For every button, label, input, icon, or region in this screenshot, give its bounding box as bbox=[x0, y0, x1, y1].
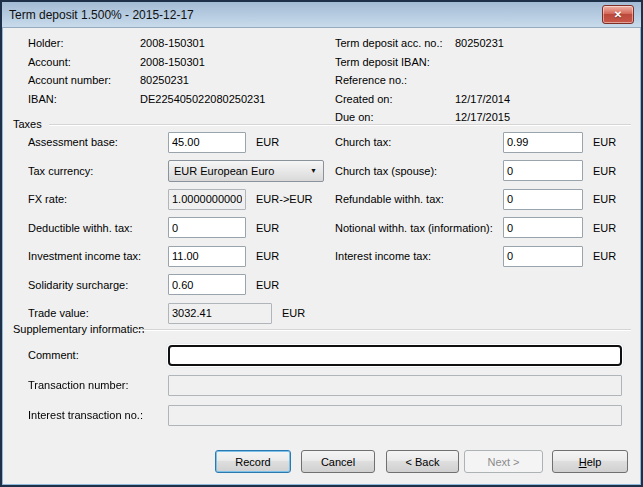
notional-withh-tax-label: Notional withh. tax (information): bbox=[335, 222, 503, 234]
fx-rate-input bbox=[168, 189, 246, 210]
account-label: Account: bbox=[28, 56, 140, 68]
tax-currency-label: Tax currency: bbox=[28, 165, 168, 177]
tax-currency-selected-value: EUR European Euro bbox=[174, 165, 274, 177]
fx-rate-label: FX rate: bbox=[28, 193, 168, 205]
account-number-label: Account number: bbox=[28, 74, 140, 86]
row-tax-currency: Tax currency: EUR European Euro ▼ bbox=[28, 157, 324, 186]
trade-value-currency: EUR bbox=[282, 307, 305, 319]
taxes-right-column: Church tax: EUR Church tax (spouse): EUR… bbox=[335, 128, 616, 271]
solidarity-surcharge-label: Solidarity surcharge: bbox=[28, 279, 168, 291]
solidarity-surcharge-currency: EUR bbox=[256, 279, 279, 291]
row-fx-rate: FX rate: EUR->EUR bbox=[28, 185, 324, 214]
interest-income-tax-currency: EUR bbox=[593, 250, 616, 262]
refundable-withh-tax-currency: EUR bbox=[593, 193, 616, 205]
investment-income-tax-label: Investment income tax: bbox=[28, 250, 168, 262]
info-row-account: Account: 2008-150301 bbox=[28, 53, 328, 72]
row-refundable-withh-tax: Refundable withh. tax: EUR bbox=[335, 185, 616, 214]
td-acc-no-value: 80250231 bbox=[455, 37, 504, 49]
holder-value: 2008-150301 bbox=[140, 37, 205, 49]
created-on-value: 12/17/2014 bbox=[455, 93, 510, 105]
iban-label: IBAN: bbox=[28, 93, 140, 105]
account-info-left: Holder: 2008-150301 Account: 2008-150301… bbox=[28, 34, 328, 108]
info-row-account-number: Account number: 80250231 bbox=[28, 71, 328, 90]
taxes-left-column: Assessment base: EUR Tax currency: EUR E… bbox=[28, 128, 324, 328]
comment-label: Comment: bbox=[28, 349, 168, 361]
deductible-withh-tax-currency: EUR bbox=[256, 222, 279, 234]
row-interest-transaction-no: Interest transaction no.: bbox=[28, 400, 622, 430]
window-title: Term deposit 1.500% - 2015-12-17 bbox=[9, 2, 194, 28]
assessment-base-input[interactable] bbox=[168, 132, 246, 153]
row-notional-withh-tax: Notional withh. tax (information): EUR bbox=[335, 214, 616, 243]
refundable-withh-tax-label: Refundable withh. tax: bbox=[335, 193, 503, 205]
cancel-button[interactable]: Cancel bbox=[301, 450, 375, 473]
account-info-right: Term deposit acc. no.: 80250231 Term dep… bbox=[335, 34, 635, 127]
row-investment-income-tax: Investment income tax: EUR bbox=[28, 242, 324, 271]
account-number-value: 80250231 bbox=[140, 74, 189, 86]
trade-value-label: Trade value: bbox=[28, 307, 168, 319]
row-assessment-base: Assessment base: EUR bbox=[28, 128, 324, 157]
taxes-group-line bbox=[49, 124, 631, 126]
due-on-value: 12/17/2015 bbox=[455, 111, 510, 123]
interest-transaction-no-input bbox=[168, 405, 622, 426]
row-comment: Comment: bbox=[28, 340, 622, 370]
notional-withh-tax-input[interactable] bbox=[503, 217, 583, 238]
row-church-tax: Church tax: EUR bbox=[335, 128, 616, 157]
interest-income-tax-label: Interest income tax: bbox=[335, 250, 503, 262]
tax-currency-select[interactable]: EUR European Euro ▼ bbox=[168, 160, 324, 182]
deductible-withh-tax-input[interactable] bbox=[168, 217, 246, 238]
church-tax-label: Church tax: bbox=[335, 136, 503, 148]
trade-value-input bbox=[168, 303, 272, 324]
transaction-number-input bbox=[168, 375, 622, 396]
info-row-created-on: Created on: 12/17/2014 bbox=[335, 90, 635, 109]
dropdown-arrow-icon: ▼ bbox=[310, 161, 317, 181]
row-interest-income-tax: Interest income tax: EUR bbox=[335, 242, 616, 271]
transaction-number-label: Transaction number: bbox=[28, 379, 168, 391]
church-tax-currency: EUR bbox=[593, 136, 616, 148]
refundable-withh-tax-input[interactable] bbox=[503, 189, 583, 210]
reference-no-label: Reference no.: bbox=[335, 74, 455, 86]
interest-income-tax-input[interactable] bbox=[503, 246, 583, 267]
investment-income-tax-currency: EUR bbox=[256, 250, 279, 262]
assessment-base-currency: EUR bbox=[256, 136, 279, 148]
church-tax-spouse-input[interactable] bbox=[503, 160, 583, 181]
row-solidarity-surcharge: Solidarity surcharge: EUR bbox=[28, 271, 324, 300]
titlebar[interactable]: Term deposit 1.500% - 2015-12-17 ✕ bbox=[2, 2, 641, 28]
info-row-holder: Holder: 2008-150301 bbox=[28, 34, 328, 53]
row-deductible-withh-tax: Deductible withh. tax: EUR bbox=[28, 214, 324, 243]
back-button[interactable]: < Back bbox=[386, 450, 459, 473]
holder-label: Holder: bbox=[28, 37, 140, 49]
help-button[interactable]: Help bbox=[552, 450, 628, 473]
deductible-withh-tax-label: Deductible withh. tax: bbox=[28, 222, 168, 234]
info-row-td-acc-no: Term deposit acc. no.: 80250231 bbox=[335, 34, 635, 53]
info-row-reference-no: Reference no.: bbox=[335, 71, 635, 90]
supplementary-group-label: Supplementary information bbox=[13, 323, 144, 335]
info-row-iban: IBAN: DE225405022080250231 bbox=[28, 90, 328, 109]
solidarity-surcharge-input[interactable] bbox=[168, 274, 246, 295]
church-tax-spouse-currency: EUR bbox=[593, 165, 616, 177]
next-button: Next > bbox=[464, 450, 543, 473]
notional-withh-tax-currency: EUR bbox=[593, 222, 616, 234]
term-deposit-dialog: Term deposit 1.500% - 2015-12-17 ✕ Holde… bbox=[0, 0, 643, 487]
supplementary-group-line bbox=[135, 329, 631, 331]
due-on-label: Due on: bbox=[335, 111, 455, 123]
investment-income-tax-input[interactable] bbox=[168, 246, 246, 267]
comment-input[interactable] bbox=[168, 345, 622, 366]
supplementary-rows: Comment: Transaction number: Interest tr… bbox=[28, 340, 622, 430]
interest-transaction-no-label: Interest transaction no.: bbox=[28, 409, 168, 421]
iban-value: DE225405022080250231 bbox=[140, 93, 265, 105]
account-value: 2008-150301 bbox=[140, 56, 205, 68]
created-on-label: Created on: bbox=[335, 93, 455, 105]
row-church-tax-spouse: Church tax (spouse): EUR bbox=[335, 157, 616, 186]
church-tax-input[interactable] bbox=[503, 132, 583, 153]
td-iban-label: Term deposit IBAN: bbox=[335, 56, 455, 68]
record-button[interactable]: Record bbox=[215, 450, 291, 473]
church-tax-spouse-label: Church tax (spouse): bbox=[335, 165, 503, 177]
td-acc-no-label: Term deposit acc. no.: bbox=[335, 37, 455, 49]
row-transaction-number: Transaction number: bbox=[28, 370, 622, 400]
fx-rate-direction: EUR->EUR bbox=[256, 193, 313, 205]
assessment-base-label: Assessment base: bbox=[28, 136, 168, 148]
close-icon[interactable]: ✕ bbox=[602, 5, 634, 24]
info-row-td-iban: Term deposit IBAN: bbox=[335, 53, 635, 72]
